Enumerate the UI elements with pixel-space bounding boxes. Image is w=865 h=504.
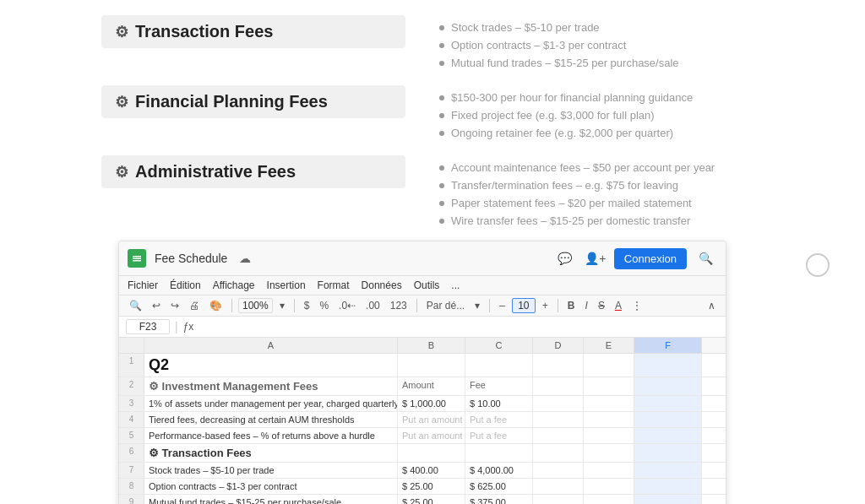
- cell-8E[interactable]: [584, 479, 634, 494]
- redo-btn[interactable]: ↪: [167, 298, 182, 313]
- cell-6E[interactable]: [584, 444, 634, 462]
- cell-5A[interactable]: Performance-based fees – % of returns ab…: [144, 428, 398, 443]
- cell-6D[interactable]: [533, 444, 584, 462]
- cell-2E[interactable]: [584, 377, 634, 395]
- paint-format-btn[interactable]: 🎨: [206, 298, 226, 313]
- cell-8D[interactable]: [533, 479, 584, 494]
- cell-4D[interactable]: [533, 412, 584, 427]
- more-formatting-btn[interactable]: ⋮: [628, 298, 645, 313]
- comment-icon-button[interactable]: 💬: [553, 247, 577, 270]
- cell-2B[interactable]: Amount: [398, 377, 465, 395]
- cell-9B[interactable]: $ 25.00: [398, 495, 465, 504]
- cell-3D[interactable]: [533, 396, 584, 411]
- bullet-item: Paper statement fees – $20 per mailed st…: [439, 194, 865, 212]
- font-family-btn[interactable]: Par dé...: [423, 298, 468, 313]
- cell-1C[interactable]: [465, 354, 533, 377]
- zoom-dropdown-icon[interactable]: ▾: [276, 298, 288, 313]
- cell-5C[interactable]: Put a fee: [465, 428, 533, 443]
- formula-separator: |: [175, 320, 178, 333]
- search-toolbar-btn[interactable]: 🔍: [126, 298, 145, 313]
- cell-3C[interactable]: $ 10.00: [465, 396, 533, 411]
- menu-more[interactable]: ...: [451, 278, 460, 293]
- col-header-B[interactable]: B: [398, 338, 465, 353]
- cell-6C[interactable]: [465, 444, 533, 462]
- cell-1D[interactable]: [533, 354, 584, 377]
- decimal-dec-btn[interactable]: .0⇠: [335, 298, 359, 313]
- cell-6F[interactable]: [634, 444, 702, 462]
- dollar-btn[interactable]: $: [301, 298, 313, 313]
- cell-3A[interactable]: 1% of assets under management per year, …: [144, 396, 398, 411]
- zoom-level[interactable]: 100%: [238, 298, 273, 313]
- cell-9C[interactable]: $ 375.00: [465, 495, 533, 504]
- number-format-btn[interactable]: 123: [387, 298, 411, 313]
- cell-7C[interactable]: $ 4,000.00: [465, 463, 533, 478]
- col-header-C[interactable]: C: [465, 338, 533, 353]
- cell-3F[interactable]: [634, 396, 702, 411]
- bullet-dot: [439, 201, 444, 206]
- col-header-D[interactable]: D: [533, 338, 584, 353]
- undo-btn[interactable]: ↩: [149, 298, 164, 313]
- cell-4C[interactable]: Put a fee: [465, 412, 533, 427]
- cell-4E[interactable]: [584, 412, 634, 427]
- col-header-A[interactable]: A: [144, 338, 398, 353]
- cell-8A[interactable]: Option contracts – $1-3 per contract: [144, 479, 398, 494]
- col-header-E[interactable]: E: [584, 338, 634, 353]
- cell-7D[interactable]: [533, 463, 584, 478]
- col-header-F[interactable]: F: [634, 338, 702, 353]
- cell-5B[interactable]: Put an amount: [398, 428, 465, 443]
- cell-5D[interactable]: [533, 428, 584, 443]
- cell-7B[interactable]: $ 400.00: [398, 463, 465, 478]
- cell-9D[interactable]: [533, 495, 584, 504]
- cell-8F[interactable]: [634, 479, 702, 494]
- print-btn[interactable]: 🖨: [186, 298, 203, 313]
- cell-5F[interactable]: [634, 428, 702, 443]
- cell-4A[interactable]: Tiered fees, decreasing at certain AUM t…: [144, 412, 398, 427]
- percent-btn[interactable]: %: [316, 298, 332, 313]
- cell-9E[interactable]: [584, 495, 634, 504]
- menu-edition[interactable]: Édition: [170, 278, 201, 293]
- text-color-btn[interactable]: A: [612, 298, 625, 313]
- cell-6A[interactable]: ⚙ Transaction Fees: [144, 444, 398, 462]
- cell-1E[interactable]: [584, 354, 634, 377]
- cell-8C[interactable]: $ 625.00: [465, 479, 533, 494]
- cell-4F[interactable]: [634, 412, 702, 427]
- cell-9F[interactable]: [634, 495, 702, 504]
- add-user-icon-button[interactable]: 👤+: [584, 247, 607, 270]
- cell-2A[interactable]: ⚙ Investment Management Fees: [144, 377, 398, 395]
- menu-fichier[interactable]: Fichier: [128, 278, 158, 293]
- menu-format[interactable]: Format: [318, 278, 350, 293]
- cell-6B[interactable]: [398, 444, 465, 462]
- cell-4B[interactable]: Put an amount: [398, 412, 465, 427]
- cell-9A[interactable]: Mutual fund trades – $15-25 per purchase…: [144, 495, 398, 504]
- cell-2C[interactable]: Fee: [465, 377, 533, 395]
- font-size-input[interactable]: 10: [512, 298, 536, 313]
- cell-7E[interactable]: [584, 463, 634, 478]
- collapse-btn[interactable]: ∧: [705, 298, 719, 313]
- font-family-dropdown-icon[interactable]: ▾: [471, 298, 483, 313]
- menu-affichage[interactable]: Affichage: [213, 278, 255, 293]
- circle-action-button[interactable]: [806, 253, 830, 277]
- cell-7F[interactable]: [634, 463, 702, 478]
- menu-insertion[interactable]: Insertion: [267, 278, 306, 293]
- cell-1F[interactable]: [634, 354, 702, 377]
- cell-3B[interactable]: $ 1,000.00: [398, 396, 465, 411]
- menu-donnees[interactable]: Données: [362, 278, 402, 293]
- cell-3E[interactable]: [584, 396, 634, 411]
- cell-5E[interactable]: [584, 428, 634, 443]
- menu-outils[interactable]: Outils: [414, 278, 440, 293]
- cell-1A[interactable]: Q2: [144, 354, 398, 377]
- connexion-button[interactable]: Connexion: [614, 248, 687, 269]
- bold-btn[interactable]: B: [564, 298, 579, 313]
- font-size-increase-btn[interactable]: +: [539, 298, 552, 313]
- cell-7A[interactable]: Stock trades – $5-10 per trade: [144, 463, 398, 478]
- italic-btn[interactable]: I: [582, 298, 591, 313]
- cell-2F[interactable]: [634, 377, 702, 395]
- search-icon-button[interactable]: 🔍: [694, 247, 717, 270]
- strikethrough-btn[interactable]: S: [595, 298, 608, 313]
- cell-2D[interactable]: [533, 377, 584, 395]
- font-size-decrease-btn[interactable]: –: [496, 298, 509, 313]
- cell-reference-input[interactable]: [126, 319, 170, 334]
- decimal-inc-btn[interactable]: .00: [362, 298, 384, 313]
- cell-8B[interactable]: $ 25.00: [398, 479, 465, 494]
- cell-1B[interactable]: [398, 354, 465, 377]
